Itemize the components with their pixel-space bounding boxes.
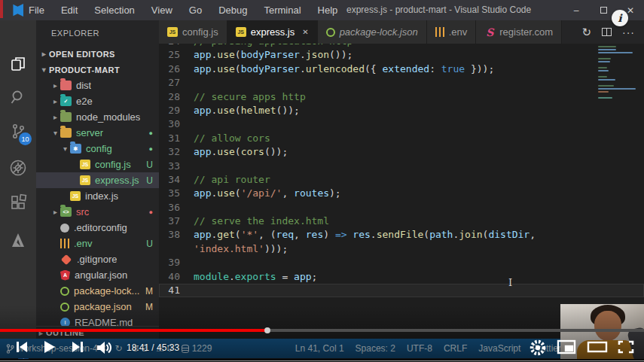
info-icon[interactable]: i xyxy=(612,10,628,26)
editorconfig-icon xyxy=(60,224,69,233)
tree-item-dist[interactable]: ▸dist xyxy=(36,78,159,93)
tab-register-com[interactable]: Sregister.com xyxy=(476,20,562,44)
explorer-icon[interactable] xyxy=(0,49,36,79)
next-button[interactable] xyxy=(69,339,86,355)
js-file-icon: JS xyxy=(236,27,246,37)
git-status-badge: U xyxy=(146,239,159,249)
code-line-wrap: 'index.html'))); xyxy=(159,242,644,256)
close-icon[interactable]: ✕ xyxy=(302,28,308,36)
tree-item-src[interactable]: ▸<>src● xyxy=(36,204,159,220)
code-lines: 24// parsing application http25app.use(b… xyxy=(159,44,644,297)
volume-icon[interactable] xyxy=(95,339,113,357)
play-button[interactable] xyxy=(41,339,57,355)
tree-item-package-json[interactable]: package.jsonM xyxy=(36,299,159,315)
fullscreen-icon[interactable] xyxy=(616,339,636,355)
menu-view[interactable]: View xyxy=(151,5,172,16)
angular-icon: A xyxy=(60,270,70,281)
tree-section-product-mart[interactable]: ▾PRODUCT-MART xyxy=(36,62,159,78)
chevron-down-icon: ▾ xyxy=(60,144,70,153)
player-settings-icon[interactable] xyxy=(529,339,547,357)
miniplayer-icon[interactable] xyxy=(556,339,577,355)
tab-config-js[interactable]: JSconfig.js xyxy=(159,20,227,44)
code-line-37: 37// serve the index.html xyxy=(159,214,644,228)
seek-scrubber[interactable] xyxy=(264,327,270,333)
seek-bar[interactable] xyxy=(0,329,644,332)
sync-icon[interactable]: ↻ xyxy=(581,26,591,39)
menu-file[interactable]: File xyxy=(29,5,44,16)
tree-item--env[interactable]: .envU xyxy=(36,236,159,251)
tree-item-label: package.json xyxy=(74,301,132,312)
menu-edit[interactable]: Edit xyxy=(61,5,78,16)
tree-item-express-js[interactable]: JSexpress.jsU xyxy=(36,172,159,188)
tree-section-open-editors[interactable]: ▸OPEN EDITORS xyxy=(36,46,159,62)
tree-item-server[interactable]: ▾server● xyxy=(36,125,159,141)
folder-config-icon: ✱ xyxy=(70,144,81,154)
menu-help[interactable]: Help xyxy=(318,5,338,16)
code-line-31: 31// allow cors xyxy=(159,132,644,145)
tree-item-index-js[interactable]: JSindex.js xyxy=(36,188,159,204)
tab--env[interactable]: .env xyxy=(427,20,477,44)
tree-item--gitignore[interactable]: .gitignore xyxy=(36,251,159,267)
debug-icon[interactable] xyxy=(0,153,36,183)
minimap-line xyxy=(598,61,610,62)
token: ()); xyxy=(264,146,288,157)
token: // parsing application http xyxy=(194,44,353,47)
minimize-icon[interactable]: – xyxy=(563,0,590,20)
tree-item-package-lock-[interactable]: package-lock...M xyxy=(36,283,159,299)
search-icon[interactable] xyxy=(0,82,36,112)
tree-item-angular-json[interactable]: Aangular.json xyxy=(36,267,159,283)
minimap[interactable] xyxy=(598,46,639,103)
seek-bar-played xyxy=(0,329,265,332)
window-controls: – ✕ xyxy=(563,0,644,20)
line-number: 40 xyxy=(159,270,194,284)
tree-item-label: .env xyxy=(74,238,93,249)
extensions-icon[interactable] xyxy=(0,187,36,218)
line-number: 26 xyxy=(159,62,194,76)
tab-label: config.js xyxy=(182,26,218,38)
git-status-badge: M xyxy=(145,286,159,297)
code-line-32: 32app.use(cors()); xyxy=(159,145,644,159)
tree-item-label: dist xyxy=(76,80,91,91)
tree-item-label: .editorconfig xyxy=(74,222,127,233)
file-tree: ▸OPEN EDITORS▾PRODUCT-MART▸dist▸✓e2e▸nod… xyxy=(36,46,159,330)
menu-go[interactable]: Go xyxy=(189,5,202,16)
tree-item-node-modules[interactable]: ▸node_modules xyxy=(36,109,159,125)
previous-button[interactable] xyxy=(14,339,30,355)
menu-selection[interactable]: Selection xyxy=(94,5,134,16)
tab-express-js[interactable]: JSexpress.js✕ xyxy=(227,20,318,44)
folder-icon xyxy=(60,112,72,122)
code-area[interactable]: 24// parsing application http25app.use(b… xyxy=(159,44,644,339)
menu-debug[interactable]: Debug xyxy=(218,5,247,16)
video-frame: FileEditSelectionViewGoDebugTerminalHelp… xyxy=(0,0,644,362)
token: module xyxy=(194,271,229,282)
token: ()); xyxy=(329,49,353,60)
more-actions-icon[interactable]: ··· xyxy=(622,26,635,38)
token: , xyxy=(530,229,536,240)
token: ( xyxy=(235,187,241,199)
theater-mode-icon[interactable] xyxy=(586,339,609,355)
azure-icon[interactable] xyxy=(0,225,36,255)
code-line-30: 30 xyxy=(159,117,644,131)
token: use xyxy=(217,187,234,199)
split-editor-icon[interactable] xyxy=(602,28,612,36)
npm-icon xyxy=(326,28,335,37)
token: join xyxy=(459,229,482,240)
sliders-icon xyxy=(435,27,444,37)
token: sendFile xyxy=(377,229,424,240)
tree-item-config[interactable]: ▾✱config● xyxy=(36,141,159,157)
token: 'index.html' xyxy=(194,243,264,254)
token: app xyxy=(194,105,211,116)
source-control-icon[interactable]: 10 xyxy=(0,117,36,147)
menu-terminal[interactable]: Terminal xyxy=(264,5,301,16)
tree-item-config-js[interactable]: JSconfig.jsU xyxy=(36,157,159,172)
token: get xyxy=(217,229,234,240)
tree-item--editorconfig[interactable]: .editorconfig xyxy=(36,220,159,236)
explorer-sidebar: EXPLORER ▸OPEN EDITORS▾PRODUCT-MART▸dist… xyxy=(36,20,159,339)
minimap-line xyxy=(598,97,612,99)
tree-item-e2e[interactable]: ▸✓e2e xyxy=(36,93,159,109)
tab-package-lock-json[interactable]: package-lock.json xyxy=(318,20,427,44)
tab-list: JSconfig.jsJSexpress.js✕package-lock.jso… xyxy=(159,20,562,44)
token: bodyParser xyxy=(241,63,300,75)
token: ({ xyxy=(365,63,382,75)
modified-dot: ● xyxy=(149,208,159,216)
